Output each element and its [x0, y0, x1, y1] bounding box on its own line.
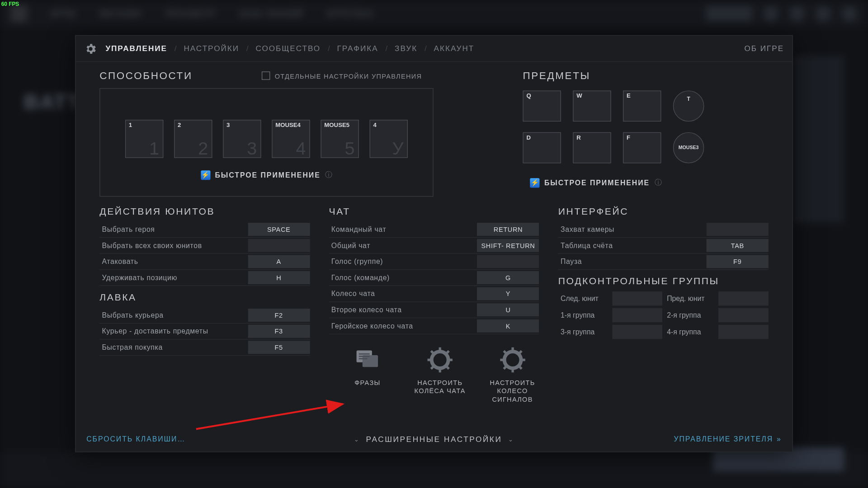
tab-account[interactable]: АККАУНТ: [434, 44, 475, 53]
bg-side-panel: [793, 56, 844, 223]
phrases-label: ФРАЗЫ: [354, 378, 380, 386]
bind-label: Голос (команде): [329, 273, 477, 282]
bind-label: Второе колесо чата: [329, 305, 477, 314]
interface-header: ИНТЕРФЕЙС: [558, 206, 769, 217]
bind-key[interactable]: K: [477, 319, 539, 333]
bind-key[interactable]: RETURN: [477, 223, 539, 236]
bind-label: Удерживать позицию: [99, 273, 248, 282]
ability-slot-1[interactable]: 11: [125, 120, 163, 158]
bind-label: Выбрать всех своих юнитов: [99, 241, 248, 249]
item-slot-f[interactable]: F: [623, 132, 661, 164]
ability-slot-5[interactable]: MOUSE55: [321, 120, 359, 158]
bind-key[interactable]: SHIFT- RETURN: [477, 239, 539, 252]
tab-graphics[interactable]: ГРАФИКА: [337, 44, 378, 53]
bg-icon: [816, 6, 831, 21]
bg-nav-item: ПРОСМОТР: [165, 9, 216, 18]
settings-panel: УПРАВЛЕНИЕ/ НАСТРОЙКИ/ СООБЩЕСТВО/ ГРАФИ…: [75, 35, 793, 452]
bind-key[interactable]: F5: [248, 341, 310, 354]
control-groups-header: ПОДКОНТРОЛЬНЫЕ ГРУППЫ: [558, 276, 769, 287]
item-slot-d[interactable]: D: [523, 132, 561, 164]
bind-key[interactable]: H: [248, 271, 310, 284]
tab-settings[interactable]: НАСТРОЙКИ: [184, 44, 239, 53]
svg-line-19: [504, 351, 507, 354]
chat-header: ЧАТ: [329, 206, 539, 217]
advanced-label: РАСШИРЕННЫЕ НАСТРОЙКИ: [366, 435, 502, 444]
signal-wheel-button[interactable]: НАСТРОИТЬ КОЛЕСО СИГНАЛОВ: [486, 345, 539, 404]
bind-label: Командный чат: [329, 225, 477, 233]
cg-key[interactable]: [718, 291, 769, 306]
svg-point-14: [504, 352, 521, 368]
items-header: ПРЕДМЕТЫ: [523, 70, 706, 82]
info-icon[interactable]: ⓘ: [655, 178, 662, 188]
ability-slots-container: 11 22 33 MOUSE44 MOUSE55 4У ⚡ БЫСТРОЕ ПР…: [99, 88, 433, 197]
chevrons-right-icon: »: [777, 435, 782, 443]
bg-nav-item: БАЗА ЗНАНИЙ: [240, 9, 303, 18]
game-logo: [11, 5, 28, 22]
wheel-icon: [498, 345, 528, 375]
bind-key[interactable]: G: [477, 271, 539, 284]
item-slot-e[interactable]: E: [623, 90, 661, 122]
svg-line-13: [431, 366, 434, 369]
quickcast-items-label[interactable]: БЫСТРОЕ ПРИМЕНЕНИЕ: [544, 178, 650, 187]
svg-line-20: [519, 366, 522, 369]
phrases-button[interactable]: ФРАЗЫ: [341, 345, 394, 404]
bind-key[interactable]: U: [477, 303, 539, 316]
cg-key[interactable]: [718, 308, 769, 323]
svg-line-11: [446, 366, 449, 369]
bind-key[interactable]: [248, 239, 310, 252]
bg-nav-item: ИГРОТЕКА: [327, 9, 374, 18]
cg-key[interactable]: [612, 308, 662, 323]
bind-key[interactable]: [707, 223, 769, 236]
bind-label: Пауза: [558, 258, 707, 266]
tab-about[interactable]: ОБ ИГРЕ: [744, 44, 784, 53]
bind-key[interactable]: F3: [248, 325, 310, 338]
info-icon[interactable]: ⓘ: [325, 170, 332, 180]
bind-label: Геройское колесо чата: [329, 322, 477, 330]
tab-community[interactable]: СООБЩЕСТВО: [255, 44, 321, 53]
bind-key[interactable]: TAB: [707, 239, 769, 252]
chat-wheel-button[interactable]: НАСТРОИТЬ КОЛЁСА ЧАТА: [413, 345, 467, 404]
cg-key[interactable]: [612, 291, 662, 306]
tab-audio[interactable]: ЗВУК: [395, 44, 417, 53]
shop-header: ЛАВКА: [99, 292, 310, 303]
fps-counter: 60 FPS: [1, 1, 19, 7]
bind-key[interactable]: F9: [707, 255, 769, 268]
bind-label: Общий чат: [329, 241, 477, 249]
bind-label: Захват камеры: [558, 225, 707, 233]
bind-key[interactable]: SPACE: [248, 223, 310, 236]
spectator-controls-link[interactable]: УПРАВЛЕНИЕ ЗРИТЕЛЯ: [674, 435, 773, 443]
per-hero-label: ОТДЕЛЬНЫЕ НАСТРОЙКИ УПРАВЛЕНИЯ: [275, 73, 422, 80]
cg-label: 4-я группа: [665, 325, 716, 339]
cg-key[interactable]: [612, 325, 662, 339]
bind-key[interactable]: [477, 255, 539, 268]
bind-label: Выбрать героя: [99, 225, 248, 233]
cg-label: 1-я группа: [558, 308, 610, 323]
advanced-settings-toggle[interactable]: ⌄ РАСШИРЕННЫЕ НАСТРОЙКИ ⌄: [354, 435, 514, 444]
svg-line-12: [446, 351, 449, 354]
reset-keys-link[interactable]: СБРОСИТЬ КЛАВИШИ…: [86, 435, 185, 443]
bind-key[interactable]: Y: [477, 287, 539, 300]
cg-key[interactable]: [718, 325, 769, 339]
tab-controls[interactable]: УПРАВЛЕНИЕ: [105, 44, 167, 53]
quickcast-label[interactable]: БЫСТРОЕ ПРИМЕНЕНИЕ: [215, 171, 321, 179]
item-slot-r[interactable]: R: [573, 132, 611, 164]
gear-icon: [84, 42, 97, 55]
ability-slot-3[interactable]: 33: [223, 120, 261, 158]
bind-key[interactable]: A: [248, 255, 310, 268]
bind-label: Курьер - доставить предметы: [99, 327, 248, 335]
bind-key[interactable]: F2: [248, 309, 310, 322]
item-slot-q[interactable]: Q: [523, 90, 561, 122]
per-hero-checkbox[interactable]: [262, 71, 270, 80]
bind-label: Колесо чата: [329, 290, 477, 298]
wheel-icon: [425, 345, 455, 375]
settings-tabs: УПРАВЛЕНИЕ/ НАСТРОЙКИ/ СООБЩЕСТВО/ ГРАФИ…: [75, 36, 792, 62]
item-slot-tp[interactable]: T: [673, 90, 704, 122]
ability-slot-2[interactable]: 22: [174, 120, 212, 158]
item-slot-w[interactable]: W: [573, 90, 611, 122]
bind-label: Быстрая покупка: [99, 343, 248, 352]
chevron-down-icon: ⌄: [508, 436, 514, 443]
ability-slot-4[interactable]: MOUSE44: [272, 120, 310, 158]
signal-wheel-label: НАСТРОИТЬ КОЛЕСО СИГНАЛОВ: [486, 378, 539, 403]
item-slot-neutral[interactable]: MOUSE3: [673, 132, 704, 164]
ability-slot-ult[interactable]: 4У: [370, 120, 408, 158]
